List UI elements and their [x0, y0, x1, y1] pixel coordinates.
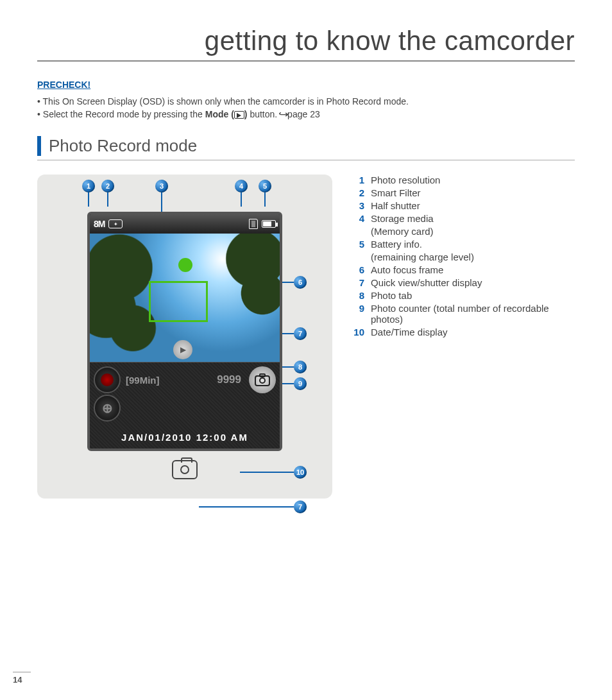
precheck-heading: PRECHECK!	[37, 80, 575, 90]
callout-5: 5	[259, 180, 271, 192]
section-rule	[37, 160, 575, 160]
shutter-icon	[172, 460, 198, 479]
viewfinder: ▶	[90, 234, 280, 362]
callout-2: 2	[101, 180, 114, 192]
legend-item-7: Quick view/shutter display	[371, 277, 575, 288]
resolution-badge: 8M	[94, 219, 105, 229]
legend-item-5-sub: (remaining charge level)	[371, 252, 575, 262]
photo-counter: 9999	[217, 373, 241, 386]
page-number: 14	[13, 672, 31, 685]
svg-point-13	[260, 378, 265, 383]
legend-item-2: Smart Filter	[371, 187, 575, 198]
legend-item-4-sub: (Memory card)	[371, 226, 575, 237]
legend-item-5: Battery info.	[371, 239, 575, 250]
status-bar: 8M ✦	[90, 214, 280, 234]
battery-icon	[262, 220, 276, 228]
zoom-button[interactable]: ⊕	[94, 395, 121, 422]
callout-8: 8	[294, 361, 307, 373]
device-mock: 8M ✦ ▶ [99Min] 9999 ⊕ J	[87, 212, 282, 451]
control-strip: [99Min] 9999 ⊕ JAN/01/2010 12:00 AM	[90, 362, 280, 448]
legend-item-1: Photo resolution	[371, 175, 575, 185]
scene-tree-right	[213, 234, 280, 345]
callout-10: 10	[294, 466, 307, 479]
smart-filter-icon: ✦	[108, 219, 123, 228]
record-button[interactable]	[94, 366, 121, 393]
legend: 1Photo resolution 2Smart Filter 3Half sh…	[353, 175, 575, 499]
page-title: getting to know the camcorder	[37, 26, 575, 62]
legend-item-4: Storage media	[371, 213, 575, 224]
precheck-list: This On Screen Display (OSD) is shown on…	[37, 96, 575, 119]
callout-3: 3	[155, 180, 168, 192]
photo-tab-button[interactable]	[249, 366, 276, 393]
quick-view-icon: ▶	[173, 340, 192, 359]
callout-7: 7	[294, 327, 307, 340]
precheck-item-1: This On Screen Display (OSD) is shown on…	[37, 96, 575, 107]
datetime-display: JAN/01/2010 12:00 AM	[90, 425, 280, 448]
screenshot-panel: 1 2 3 4 5 6 7 8 9 10 7	[37, 175, 332, 499]
legend-item-9: Photo counter (total number of recordabl…	[371, 303, 575, 325]
legend-item-8: Photo tab	[371, 290, 575, 301]
callout-6: 6	[294, 276, 307, 289]
callout-4: 4	[235, 180, 248, 192]
remaining-time: [99Min]	[126, 375, 212, 386]
section-heading: Photo Record mode	[37, 136, 575, 156]
callout-1: 1	[82, 180, 95, 192]
storage-icon	[249, 219, 258, 229]
legend-item-6: Auto focus frame	[371, 264, 575, 275]
callout-7b: 7	[294, 500, 307, 513]
legend-item-3: Half shutter	[371, 200, 575, 211]
precheck-item-2: Select the Record mode by pressing the M…	[37, 109, 575, 119]
mode-icon	[234, 111, 244, 119]
legend-item-10: Date/Time display	[371, 327, 575, 337]
callout-9: 9	[294, 377, 307, 390]
half-shutter-indicator	[178, 258, 192, 272]
autofocus-frame	[149, 281, 208, 322]
